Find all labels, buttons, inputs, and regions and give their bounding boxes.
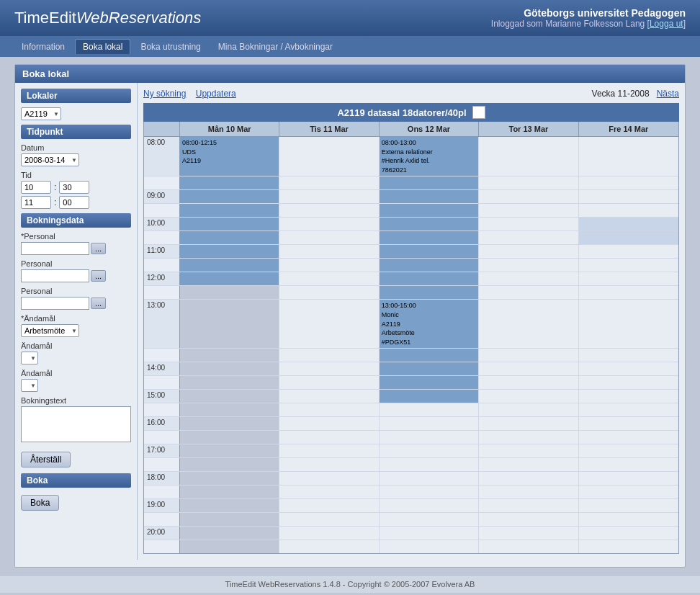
cal-cell[interactable]: [180, 444, 279, 457]
cal-cell[interactable]: [579, 259, 678, 272]
cal-cell[interactable]: [579, 444, 678, 457]
cal-cell[interactable]: [579, 513, 678, 526]
cal-cell[interactable]: [180, 376, 279, 389]
personal3-btn[interactable]: ...: [91, 298, 106, 309]
cal-cell[interactable]: [279, 137, 379, 176]
print-icon[interactable]: 🖨: [472, 106, 485, 119]
cal-cell[interactable]: [279, 349, 379, 362]
cal-cell[interactable]: [279, 272, 379, 285]
andamal3-select[interactable]: [21, 379, 38, 392]
tid-from-m-select[interactable]: 30: [59, 181, 89, 194]
cal-cell[interactable]: [479, 403, 578, 416]
cal-cell[interactable]: [380, 527, 479, 540]
update-link[interactable]: Uppdatera: [196, 89, 236, 99]
cal-cell[interactable]: [579, 272, 678, 285]
cal-cell[interactable]: [579, 458, 678, 471]
cal-cell[interactable]: [279, 499, 379, 512]
cal-cell[interactable]: [479, 390, 578, 403]
cal-cell[interactable]: [180, 362, 279, 375]
cal-cell[interactable]: [579, 286, 678, 299]
cal-cell[interactable]: [579, 486, 678, 498]
cal-cell[interactable]: [579, 499, 678, 512]
personal1-input[interactable]: [21, 242, 89, 255]
cal-cell[interactable]: [579, 231, 678, 244]
andamal1-select[interactable]: Arbetsmöte: [21, 324, 79, 337]
cal-cell[interactable]: [479, 444, 578, 457]
cal-cell[interactable]: [479, 204, 578, 217]
cal-cell[interactable]: [380, 403, 479, 416]
cal-cell[interactable]: [180, 513, 279, 526]
cal-cell[interactable]: [279, 362, 379, 375]
cal-cell[interactable]: [380, 218, 479, 231]
cal-cell[interactable]: [479, 486, 578, 498]
cal-cell[interactable]: [380, 458, 479, 471]
cal-cell[interactable]: [380, 499, 479, 512]
cal-cell[interactable]: [479, 376, 578, 389]
personal2-btn[interactable]: ...: [91, 270, 106, 282]
cal-cell[interactable]: [579, 390, 678, 403]
cal-cell[interactable]: [380, 472, 479, 485]
cal-cell[interactable]: [479, 286, 578, 299]
cal-cell[interactable]: [180, 403, 279, 416]
cal-cell[interactable]: [479, 527, 578, 540]
cal-cell[interactable]: [479, 472, 578, 485]
cal-cell[interactable]: [180, 190, 279, 203]
cal-cell[interactable]: [180, 527, 279, 540]
cal-cell[interactable]: [579, 431, 678, 444]
cal-cell[interactable]: [579, 417, 678, 430]
cal-cell[interactable]: [279, 204, 379, 217]
next-link[interactable]: Nästa: [657, 89, 679, 99]
logout-link[interactable]: Logga ut: [650, 19, 683, 29]
cal-cell[interactable]: [180, 245, 279, 258]
cal-cell[interactable]: [279, 431, 379, 444]
cal-cell[interactable]: [279, 259, 379, 272]
cal-cell[interactable]: [279, 231, 379, 244]
cal-cell[interactable]: [479, 540, 578, 553]
cal-cell[interactable]: [180, 540, 279, 553]
nav-information[interactable]: Information: [14, 40, 72, 54]
cal-cell[interactable]: [180, 176, 279, 189]
cal-cell[interactable]: 08:00-12:15 UDS A2119: [180, 137, 279, 176]
cal-cell[interactable]: [579, 137, 678, 176]
cal-cell[interactable]: [380, 417, 479, 430]
cal-cell[interactable]: [180, 272, 279, 285]
cal-cell[interactable]: [180, 231, 279, 244]
cal-cell[interactable]: [279, 472, 379, 485]
personal3-input[interactable]: [21, 297, 89, 310]
cal-cell[interactable]: [180, 300, 279, 348]
cal-cell[interactable]: [380, 176, 479, 189]
cal-cell[interactable]: [180, 259, 279, 272]
cal-cell[interactable]: [579, 204, 678, 217]
cal-cell[interactable]: [380, 245, 479, 258]
cal-cell[interactable]: [279, 458, 379, 471]
cal-cell[interactable]: [380, 513, 479, 526]
cal-cell[interactable]: [479, 245, 578, 258]
cal-cell[interactable]: [479, 349, 578, 362]
nav-mina-bokningar[interactable]: Mina Bokningar / Avbokningar: [211, 40, 340, 54]
cal-cell[interactable]: [180, 417, 279, 430]
cal-cell[interactable]: [180, 431, 279, 444]
cal-cell[interactable]: [579, 527, 678, 540]
cal-cell[interactable]: [279, 218, 379, 231]
cal-cell[interactable]: [479, 231, 578, 244]
datum-select[interactable]: 2008-03-14: [21, 153, 79, 166]
cal-cell[interactable]: [479, 218, 578, 231]
cal-cell[interactable]: [479, 190, 578, 203]
cal-cell[interactable]: [180, 472, 279, 485]
andamal2-select[interactable]: [21, 352, 38, 364]
cal-cell[interactable]: [180, 499, 279, 512]
cal-cell[interactable]: [479, 458, 578, 471]
cal-cell[interactable]: [380, 390, 479, 403]
cal-cell[interactable]: [180, 204, 279, 217]
bokningstext-input[interactable]: [21, 406, 131, 442]
tid-to-h-select[interactable]: 11: [21, 196, 51, 209]
cal-cell[interactable]: [380, 431, 479, 444]
cal-cell[interactable]: [279, 376, 379, 389]
cal-cell[interactable]: [279, 190, 379, 203]
cal-cell[interactable]: [279, 390, 379, 403]
cal-cell[interactable]: [380, 259, 479, 272]
tid-from-h-select[interactable]: 10: [21, 181, 51, 194]
cal-cell[interactable]: [279, 286, 379, 299]
cal-cell[interactable]: [479, 300, 578, 348]
cal-cell[interactable]: [579, 349, 678, 362]
